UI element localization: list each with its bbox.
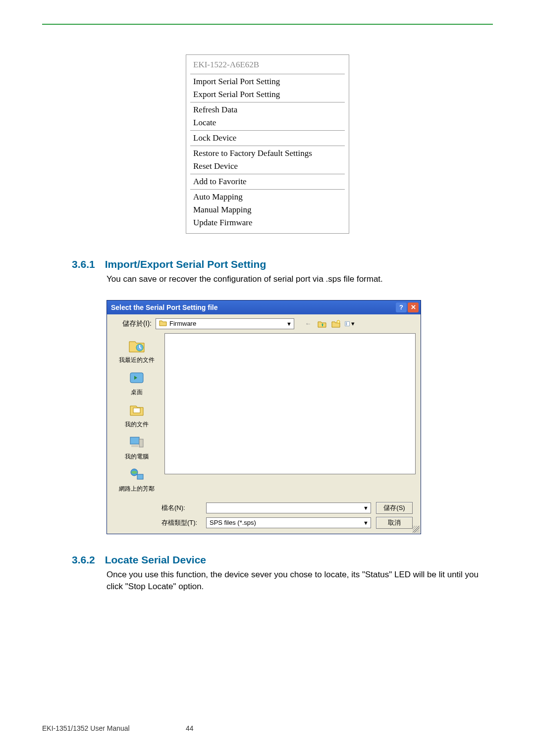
separator [190, 130, 345, 131]
save-in-label: 儲存於(I): [112, 319, 152, 328]
menu-item[interactable]: Lock Device [186, 132, 349, 145]
section-heading-361: 3.6.1Import/Export Serial Port Setting [72, 258, 493, 270]
menu-item[interactable]: Export Serial Port Setting [186, 88, 349, 101]
menu-item[interactable]: Add to Favorite [186, 175, 349, 188]
menu-item[interactable]: Locate [186, 116, 349, 129]
sidebar-recent[interactable]: 我最近的文件 [119, 337, 155, 364]
filetype-value: SPS files (*.sps) [210, 519, 363, 526]
view-menu-icon[interactable]: ▾ [345, 319, 355, 329]
file-dialog: Select the Serial Port Setting file ? ✕ … [107, 300, 421, 534]
sidebar-computer[interactable]: 我的電腦 [125, 434, 149, 461]
menu-item[interactable]: Restore to Factory Default Settings [186, 147, 349, 160]
svg-rect-7 [133, 408, 140, 413]
menu-item[interactable]: Manual Mapping [186, 203, 349, 216]
sidebar-item-label: 網路上的芳鄰 [119, 485, 155, 493]
sidebar-item-label: 我的文件 [125, 420, 149, 429]
context-menu-title: EKI-1522-A6E62B [186, 59, 349, 73]
svg-rect-1 [345, 321, 350, 326]
resize-grip[interactable] [413, 526, 420, 533]
separator [190, 102, 345, 102]
sidebar-desktop[interactable]: 桌面 [128, 369, 146, 397]
section-body: You can save or recover the configuratio… [107, 273, 483, 285]
help-icon[interactable]: ? [396, 302, 407, 312]
menu-item[interactable]: Update Firmware [186, 216, 349, 229]
separator [190, 74, 345, 74]
up-folder-icon[interactable] [317, 319, 327, 329]
folder-combo[interactable]: Firmware ▼ [156, 318, 294, 329]
new-folder-icon[interactable] [331, 319, 341, 329]
menu-item[interactable]: Auto Mapping [186, 191, 349, 203]
separator [190, 146, 345, 146]
menu-item[interactable]: Reset Device [186, 160, 349, 173]
svg-rect-8 [130, 437, 139, 444]
section-title: Import/Export Serial Port Setting [105, 258, 267, 270]
computer-icon [128, 434, 146, 452]
sidebar-item-label: 桌面 [131, 388, 143, 397]
section-heading-362: 3.6.2Locate Serial Device [72, 554, 493, 566]
sidebar-documents[interactable]: 我的文件 [125, 402, 149, 429]
svg-rect-2 [346, 322, 347, 323]
back-icon[interactable]: ← [303, 319, 313, 329]
documents-icon [128, 402, 146, 419]
svg-rect-12 [137, 474, 143, 479]
separator [190, 189, 345, 190]
separator [190, 174, 345, 174]
dialog-titlebar: Select the Serial Port Setting file ? ✕ [107, 301, 421, 314]
chevron-down-icon: ▼ [286, 321, 292, 327]
context-menu: EKI-1522-A6E62B Import Serial Port Setti… [186, 54, 349, 234]
sidebar-item-label: 我最近的文件 [119, 356, 155, 364]
page-footer: EKI-1351/1352 User Manual 44 [42, 724, 493, 732]
filetype-label: 存檔類型(T): [161, 518, 206, 527]
folder-name: Firmware [169, 320, 286, 327]
recent-icon [128, 337, 146, 355]
toolbar-buttons: ← ▾ [303, 319, 355, 329]
filetype-combo[interactable]: SPS files (*.sps) ▼ [206, 517, 371, 528]
filename-label: 檔名(N): [161, 504, 206, 512]
sidebar-item-label: 我的電腦 [125, 453, 149, 461]
section-number: 3.6.1 [72, 258, 95, 270]
filename-input[interactable]: ▼ [206, 503, 371, 513]
save-button[interactable]: 儲存(S) [376, 502, 413, 514]
footer-title: EKI-1351/1352 User Manual [42, 724, 186, 732]
folder-icon [159, 319, 167, 328]
svg-rect-10 [131, 445, 138, 447]
file-list-area[interactable] [164, 333, 416, 474]
close-icon[interactable]: ✕ [408, 302, 419, 312]
svg-rect-9 [139, 439, 143, 447]
dialog-title: Select the Serial Port Setting file [111, 303, 395, 311]
menu-item[interactable]: Import Serial Port Setting [186, 75, 349, 88]
section-title: Locate Serial Device [105, 554, 206, 565]
top-rule [42, 24, 493, 25]
desktop-icon [128, 369, 146, 387]
sidebar-network[interactable]: 網路上的芳鄰 [119, 466, 155, 493]
section-number: 3.6.2 [72, 554, 95, 565]
dialog-toolbar: 儲存於(I): Firmware ▼ ← ▾ [107, 314, 421, 333]
chevron-down-icon: ▼ [363, 520, 369, 526]
cancel-button[interactable]: 取消 [376, 517, 413, 529]
places-sidebar: 我最近的文件 桌面 我的文件 [112, 333, 161, 493]
section-body: Once you use this function, the device s… [107, 569, 483, 593]
network-icon [128, 466, 146, 484]
svg-point-0 [337, 320, 340, 323]
svg-rect-4 [346, 324, 347, 325]
menu-item[interactable]: Refresh Data [186, 103, 349, 116]
chevron-down-icon: ▼ [363, 505, 369, 511]
svg-rect-3 [346, 323, 347, 324]
footer-page: 44 [186, 724, 194, 732]
